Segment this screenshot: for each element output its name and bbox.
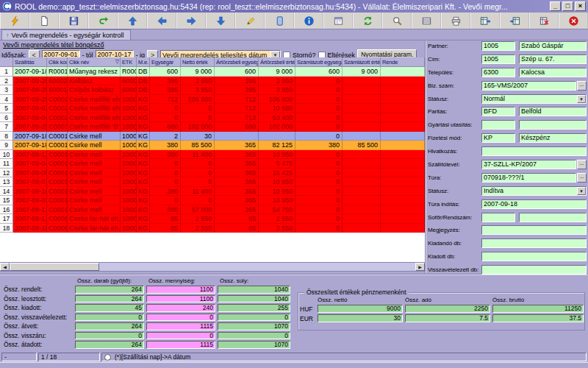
- ellipsis-button[interactable]: ...: [577, 173, 587, 183]
- print-button[interactable]: [441, 13, 470, 29]
- table-row[interactable]: 172007-09-12C0006Csirke far-hát eh.10006…: [0, 214, 425, 224]
- column-header-cikk-nev[interactable]: Cikk név▽: [68, 57, 121, 67]
- minimize-button[interactable]: _: [550, 1, 561, 11]
- row-number-cell: 15: [0, 196, 13, 205]
- summary-row: Össz. átadott:26411151070: [1, 341, 297, 349]
- table-row[interactable]: 112007-09-04C0001Csirke mell10001KG00365…: [0, 159, 425, 169]
- table-row[interactable]: 152007-09-03C0001Csirke mell10001KG00365…: [0, 196, 425, 205]
- tab-vevoi-megrendeles[interactable]: ↑ Vevői megrendelés - egységár kontroll: [1, 29, 131, 40]
- new-document-button[interactable]: [29, 13, 59, 29]
- panel-dropdown-tura-statusz[interactable]: Indítva▼: [481, 186, 587, 196]
- row-number-cell: 4: [0, 95, 13, 105]
- save-button[interactable]: [59, 13, 88, 29]
- vertical-splitter[interactable]: [425, 40, 426, 274]
- table-row[interactable]: 62007-09-04C0002Csirke mellfilé eh.10002…: [0, 113, 425, 123]
- panel-dropdown-statusz[interactable]: Normál▼: [481, 94, 587, 104]
- row-number-cell: 16: [0, 205, 13, 215]
- table-row[interactable]: 92007-09-18C0001Csirke mell10001KG38085 …: [0, 141, 425, 150]
- table-row[interactable]: 72007-09-25C0003Csirke mellfilé 'B' eh.1…: [0, 122, 425, 132]
- ellipsis-button[interactable]: ...: [577, 160, 587, 169]
- table-row[interactable]: 142007-09-10C0001Csirke mell10001KG38011…: [0, 187, 425, 197]
- nav-right-button[interactable]: [176, 13, 206, 29]
- nav-up-button[interactable]: [118, 13, 147, 29]
- column-header-netto-ertek[interactable]: Nettó érték: [181, 57, 215, 67]
- summary-totals: Össz. darab (gyűjtő):Össz. mennyiség:Öss…: [1, 277, 297, 349]
- info-button[interactable]: [294, 13, 323, 29]
- table-row[interactable]: 32007-09-2560001Csípős kolbász60002DB395…: [0, 85, 425, 95]
- exit-button[interactable]: [559, 13, 588, 29]
- table-row[interactable]: 102007-09-12C0001Csirke mell10001KG38011…: [0, 150, 425, 160]
- toolbar: [0, 13, 588, 29]
- table-row[interactable]: 182007-09-10C0006Csirke far-hát eh.10006…: [0, 224, 425, 233]
- panel-field-biz-szam: Biz. szám:165-VMS/2007...: [428, 81, 587, 91]
- refresh-button[interactable]: [353, 13, 382, 29]
- copy-document-button[interactable]: [265, 13, 294, 29]
- app-logo-icon: [2, 1, 12, 11]
- panel-field-kiadott-db: Kiadott db:: [428, 252, 587, 261]
- panel-field-sofor-rendszam: Sofőr/Rendszám:: [428, 213, 587, 222]
- column-header-szallitas[interactable]: Szállítás: [13, 57, 47, 67]
- column-header-etk[interactable]: ETK: [121, 57, 137, 67]
- table-remove-icon: [539, 15, 550, 26]
- table-row[interactable]: 12007-09-18R0001Műanyag rekeszR0001DB600…: [0, 67, 425, 77]
- order-details-panel: Partner:1005Szabó GáspárCím:1005Szép u. …: [428, 41, 587, 278]
- table-export-button[interactable]: [470, 13, 500, 29]
- lightning-button[interactable]: [0, 13, 29, 29]
- copy-document-icon: [274, 15, 285, 26]
- horizontal-scrollbar[interactable]: ◀ ▶: [0, 262, 425, 271]
- summary-row: Össz. visszáru:000: [1, 332, 297, 340]
- restore-button[interactable]: □: [562, 1, 573, 11]
- column-header-cikk-kod[interactable]: Cikk kód: [47, 57, 68, 67]
- grid-rows-button[interactable]: [412, 13, 441, 29]
- table-import-button[interactable]: [500, 13, 529, 29]
- calendar-button[interactable]: [323, 13, 353, 29]
- column-header-szamlazott-egysegar[interactable]: Számlázott egységár: [295, 57, 343, 67]
- scroll-left-button[interactable]: ◀: [0, 263, 10, 271]
- table-row[interactable]: 52007-09-02C0002Csirke mellfilé eh.10002…: [0, 104, 425, 113]
- table-export-icon: [480, 15, 491, 26]
- column-header-artorzsbeli-ertek[interactable]: Ártörzsbeli érték: [259, 57, 295, 67]
- scrollbar-thumb[interactable]: [10, 263, 99, 271]
- dropdown-arrow-icon[interactable]: ▼: [577, 95, 586, 103]
- print-icon: [451, 15, 462, 26]
- table-row[interactable]: 132007-09-07C0001Csirke mell10001KG00365…: [0, 177, 425, 187]
- table-remove-button[interactable]: [529, 13, 559, 29]
- nav-down-button[interactable]: [206, 13, 235, 29]
- table-row[interactable]: 22007-09-2560002Kolbász60003DB3953 95039…: [0, 77, 425, 86]
- close-button[interactable]: ×: [575, 1, 586, 11]
- status-note-box: (*)[Szállítási nap]->A dátum: [101, 353, 587, 361]
- table-row[interactable]: 122007-09-05C0001Csirke mell10001KG00365…: [0, 169, 425, 178]
- column-header-rendelt[interactable]: Rende: [381, 57, 425, 67]
- edit-button[interactable]: [235, 13, 265, 29]
- row-number-cell: 1: [0, 67, 13, 77]
- column-header-me[interactable]: M.e.: [137, 57, 150, 67]
- date-mode-radio[interactable]: [104, 354, 111, 361]
- column-header-egysegar[interactable]: Egységár: [150, 57, 181, 67]
- ellipsis-button[interactable]: ...: [577, 81, 587, 91]
- table-row[interactable]: 162007-09-12C0001Csirke mell10001KG38057…: [0, 205, 425, 215]
- nav-left-button[interactable]: [147, 13, 176, 29]
- summary-row: Össz. leosztott:26411001040: [1, 295, 297, 303]
- scrollbar-track[interactable]: [10, 263, 415, 271]
- arrow-down-icon: [215, 15, 226, 26]
- dropdown-arrow-icon[interactable]: ▼: [577, 187, 586, 195]
- table-row[interactable]: 82007-09-18C0001Csirke mell10001KG2300: [0, 132, 425, 141]
- version-label: -v1.93pre4X: [1, 353, 37, 361]
- scroll-right-button[interactable]: ▶: [415, 263, 425, 271]
- column-header-szamlazott-ertek[interactable]: Számlázott érték: [343, 57, 381, 67]
- row-number-cell: 11: [0, 159, 13, 169]
- column-header-artorzsbeli-egysegar[interactable]: Ártörzsbeli egységár: [215, 57, 259, 67]
- table-row[interactable]: 42007-09-25C0002Csirke mellfilé eh.10002…: [0, 95, 425, 105]
- tab-bar: ↑ Vevői megrendelés - egységár kontroll: [0, 29, 588, 40]
- bottom-strip: [0, 362, 588, 368]
- row-number-cell: 9: [0, 141, 13, 150]
- lightning-icon: [10, 15, 21, 26]
- search-button[interactable]: [382, 13, 412, 29]
- summary-row: Össz. kiadott:45240255: [1, 304, 297, 312]
- titlebar[interactable]: ROOL demo::app_teszt::elelmiszerbiztonsa…: [0, 0, 588, 13]
- panel-field-visszavetelezett-db: Visszavételezett db:: [428, 265, 587, 275]
- undo-button[interactable]: [88, 13, 118, 29]
- panel-field-paritas: Paritás:BFDBelföld: [428, 107, 587, 116]
- edit-pencil-icon: [245, 15, 256, 26]
- column-header-rownum[interactable]: [0, 57, 13, 67]
